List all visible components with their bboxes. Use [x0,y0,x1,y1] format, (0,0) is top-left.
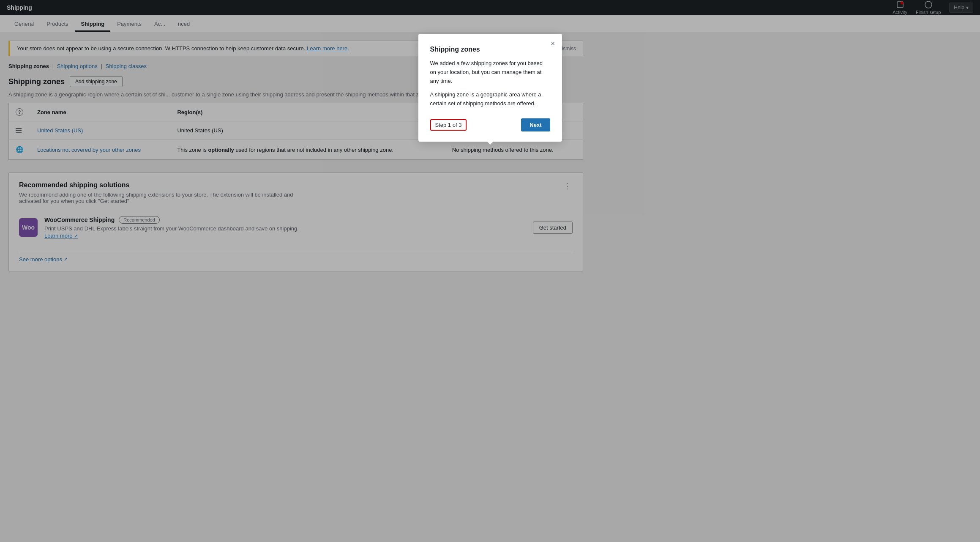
step-indicator: Step 1 of 3 [430,119,467,131]
modal-body: We added a few shipping zones for you ba… [430,59,550,108]
shipping-zones-modal: × Shipping zones We added a few shipping… [418,34,562,142]
modal-title: Shipping zones [430,46,550,53]
modal-overlay[interactable]: × Shipping zones We added a few shipping… [0,0,980,542]
modal-footer: Step 1 of 3 Next [430,118,550,131]
modal-close-button[interactable]: × [551,40,555,47]
modal-paragraph-1: We added a few shipping zones for you ba… [430,59,550,85]
modal-paragraph-2: A shipping zone is a geographic area whe… [430,90,550,108]
next-button[interactable]: Next [521,118,550,131]
